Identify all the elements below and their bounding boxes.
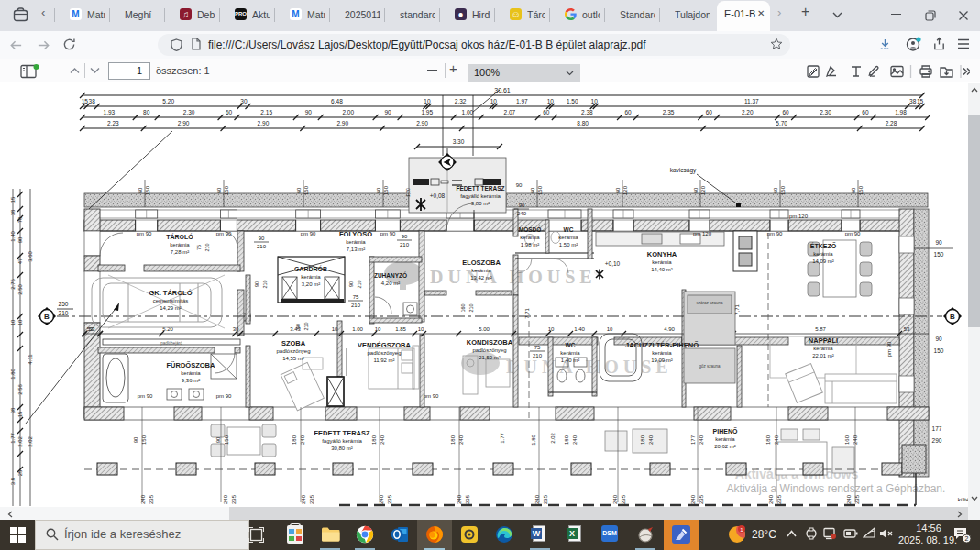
svg-text:pm 90: pm 90 — [424, 393, 439, 399]
svg-text:60: 60 — [376, 187, 381, 193]
svg-text:pm 90: pm 90 — [845, 231, 861, 236]
svg-text:21,50 m²: 21,50 m² — [479, 355, 501, 360]
svg-text:90: 90 — [935, 239, 942, 246]
svg-text:7,13 m²: 7,13 m² — [347, 247, 365, 252]
svg-text:90: 90 — [17, 236, 23, 243]
svg-text:2.30: 2.30 — [820, 109, 831, 116]
svg-text:90: 90 — [305, 109, 313, 116]
svg-text:2.02: 2.02 — [28, 436, 33, 447]
svg-text:240: 240 — [699, 434, 704, 445]
svg-text:2.35: 2.35 — [663, 109, 675, 116]
svg-text:15: 15 — [917, 98, 924, 104]
svg-text:180: 180 — [292, 434, 297, 445]
svg-text:75: 75 — [353, 294, 359, 300]
svg-text:240: 240 — [458, 434, 464, 445]
svg-text:pm 90: pm 90 — [380, 231, 396, 236]
svg-text:KONYHA: KONYHA — [647, 250, 677, 258]
svg-text:pm 90: pm 90 — [137, 231, 152, 236]
svg-text:10: 10 — [591, 98, 599, 104]
svg-text:10: 10 — [424, 98, 431, 104]
svg-text:DUNA HOUSE: DUNA HOUSE — [506, 357, 673, 377]
svg-text:1.80: 1.80 — [531, 434, 536, 446]
svg-text:2.02: 2.02 — [17, 436, 23, 447]
svg-text:150: 150 — [858, 185, 864, 195]
svg-text:90: 90 — [215, 436, 221, 443]
svg-text:padlószőnyeg: padlószőnyeg — [367, 350, 401, 356]
svg-text:1.00: 1.00 — [352, 326, 363, 332]
svg-text:240: 240 — [223, 494, 228, 504]
svg-text:240: 240 — [300, 434, 305, 445]
svg-text:60: 60 — [693, 187, 699, 193]
svg-text:5.87: 5.87 — [815, 326, 826, 332]
svg-text:15: 15 — [10, 196, 16, 203]
svg-text:180: 180 — [640, 434, 645, 445]
svg-text:1.40: 1.40 — [574, 326, 585, 332]
svg-text:5.00: 5.00 — [479, 326, 490, 332]
svg-text:pm 90: pm 90 — [301, 231, 316, 236]
svg-text:90: 90 — [133, 436, 138, 443]
svg-text:60: 60 — [543, 109, 550, 116]
svg-text:180: 180 — [450, 434, 456, 445]
svg-text:1.00: 1.00 — [462, 109, 474, 116]
svg-text:150: 150 — [224, 185, 229, 195]
svg-text:240: 240 — [648, 434, 654, 445]
svg-text:240: 240 — [846, 494, 852, 504]
svg-text:3.30: 3.30 — [453, 138, 465, 145]
svg-text:90: 90 — [516, 182, 523, 188]
svg-text:60: 60 — [296, 187, 302, 193]
svg-text:padlószőnyeg: padlószőnyeg — [276, 348, 310, 354]
svg-text:2.07: 2.07 — [504, 109, 516, 116]
svg-text:2.23: 2.23 — [107, 120, 119, 126]
svg-text:2.90: 2.90 — [178, 120, 190, 126]
svg-text:1,50 m²: 1,50 m² — [559, 242, 578, 248]
svg-text:235: 235 — [231, 494, 237, 504]
svg-text:2.90: 2.90 — [416, 120, 428, 126]
svg-text:1,40 m²: 1,40 m² — [561, 358, 579, 363]
svg-text:7,28 m²: 7,28 m² — [171, 249, 189, 255]
svg-text:1.97: 1.97 — [516, 98, 528, 104]
svg-text:210: 210 — [262, 280, 268, 288]
svg-text:20,62 m²: 20,62 m² — [714, 444, 736, 449]
svg-text:38: 38 — [10, 209, 16, 215]
svg-text:GK. TÁROLÓ: GK. TÁROLÓ — [149, 289, 192, 297]
svg-text:pm 90: pm 90 — [216, 393, 232, 399]
svg-text:FEDETT TERASZ: FEDETT TERASZ — [456, 185, 504, 192]
svg-text:3.43: 3.43 — [290, 326, 301, 332]
svg-text:kerámia: kerámia — [346, 239, 366, 245]
svg-text:PIHENŐ: PIHENŐ — [713, 427, 738, 434]
svg-text:10: 10 — [548, 326, 555, 332]
svg-text:150: 150 — [145, 185, 150, 195]
svg-text:150: 150 — [934, 251, 944, 258]
svg-text:150: 150 — [383, 185, 389, 195]
svg-text:19,09 m²: 19,09 m² — [651, 358, 673, 363]
svg-text:kerámia: kerámia — [301, 274, 321, 280]
svg-text:235: 235 — [699, 494, 704, 504]
svg-text:B: B — [950, 313, 955, 321]
svg-text:JACUZZI TÉR-PIHENŐ: JACUZZI TÉR-PIHENŐ — [625, 341, 699, 349]
svg-text:kerámia: kerámia — [170, 242, 190, 248]
svg-text:210: 210 — [468, 303, 474, 312]
svg-text:kerámia: kerámia — [181, 370, 201, 376]
svg-text:B: B — [44, 313, 50, 321]
svg-text:1.50: 1.50 — [567, 98, 578, 104]
svg-text:240: 240 — [534, 494, 540, 504]
svg-text:3.60: 3.60 — [28, 251, 33, 262]
svg-text:2.38: 2.38 — [581, 109, 593, 116]
svg-text:90: 90 — [259, 236, 265, 241]
svg-text:10: 10 — [375, 326, 381, 332]
svg-text:10: 10 — [607, 326, 613, 332]
svg-text:14,29 m²: 14,29 m² — [160, 305, 182, 311]
svg-text:210: 210 — [303, 322, 309, 330]
svg-text:210: 210 — [257, 244, 267, 249]
svg-text:3.8: 3.8 — [10, 477, 16, 485]
svg-text:2.15: 2.15 — [260, 109, 272, 116]
svg-text:2: 2 — [965, 535, 969, 542]
svg-text:5.70: 5.70 — [776, 120, 787, 126]
svg-text:2.90: 2.90 — [336, 120, 348, 126]
svg-text:8.80: 8.80 — [577, 120, 589, 126]
svg-text:kerámia: kerámia — [471, 268, 491, 273]
svg-text:150: 150 — [224, 434, 229, 445]
svg-text:60: 60 — [530, 187, 535, 193]
svg-text:1.95: 1.95 — [421, 109, 433, 116]
svg-text:240: 240 — [768, 494, 774, 504]
